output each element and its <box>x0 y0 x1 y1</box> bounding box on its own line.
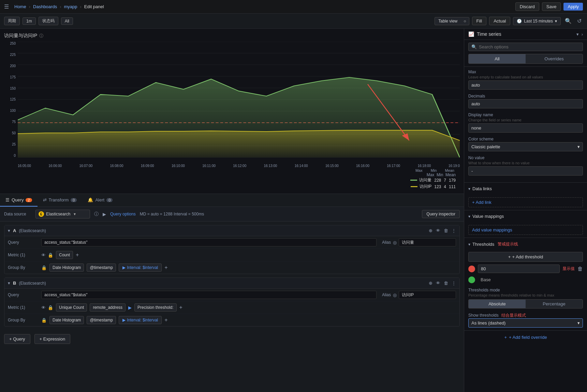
query-b-delete-icon[interactable]: 🗑 <box>444 281 448 286</box>
thresholds-toggle-icon: ▾ <box>468 242 470 247</box>
zoom-out-button[interactable]: 🔍 <box>563 16 573 26</box>
query-a-copy-icon[interactable]: ⊕ <box>429 228 432 233</box>
table-view-switch[interactable]: ○ <box>461 17 469 25</box>
search-box[interactable]: 🔍 <box>468 43 583 51</box>
period-value-badge[interactable]: 1m <box>23 17 36 25</box>
legend-1: 访问量 <box>410 177 431 183</box>
query-meta: MD = auto = 1288 Interval = 500ms <box>140 212 204 216</box>
panel-type-expand[interactable]: › <box>582 32 583 37</box>
display-name-sublabel: Change the field or series name <box>468 118 583 122</box>
query-a-groupby-field[interactable]: @timestamp <box>87 263 116 272</box>
query-options-link[interactable]: Query options <box>110 212 136 216</box>
query-a-sublabel: (Elasticsearch) <box>19 228 46 233</box>
query-a-collapse[interactable]: ▾ <box>8 228 10 233</box>
period-badge[interactable]: 周期 <box>4 17 20 25</box>
query-a-delete-icon[interactable]: 🗑 <box>444 228 448 233</box>
save-button[interactable]: Save <box>542 2 561 11</box>
query-b-groupby-type[interactable]: Date Histogram <box>49 316 84 324</box>
query-a-metric-row: Metric (1) 👁 🔒 Count + <box>4 249 459 261</box>
query-b-query-input[interactable] <box>41 291 377 299</box>
tab-transform[interactable]: ⇄ Transform 0 <box>38 194 83 207</box>
query-a-query-input[interactable] <box>41 238 377 246</box>
query-b-groupby-interval[interactable]: ▶ Interval: $interval <box>119 316 162 324</box>
query-a-metric-eye[interactable]: 👁 <box>41 253 46 258</box>
chart-info-icon[interactable]: ⓘ <box>39 33 43 39</box>
display-name-input[interactable] <box>468 123 583 133</box>
query-a-more-icon[interactable]: ⋮ <box>452 228 456 233</box>
query-a-add-metric[interactable]: + <box>76 252 79 258</box>
nav-dashboards[interactable]: Dashboards <box>33 4 57 9</box>
query-b-metric-lock[interactable]: 🔒 <box>48 305 53 310</box>
fill-button[interactable]: Fill <box>472 17 487 25</box>
no-value-input[interactable] <box>468 166 583 176</box>
query-b-groupby-add[interactable]: + <box>164 317 167 323</box>
add-value-mappings-button[interactable]: Add value mappings <box>468 225 583 235</box>
show-thresholds-select[interactable]: As lines (dashed) ▾ <box>468 318 583 328</box>
query-a-alias-input[interactable] <box>399 238 456 246</box>
query-b-eye-icon[interactable]: 👁 <box>436 281 440 286</box>
threshold-1-input[interactable] <box>478 265 560 273</box>
tab-query[interactable]: ☰ Query 2 <box>0 194 38 207</box>
query-a-eye-icon[interactable]: 👁 <box>436 228 440 233</box>
add-threshold-button[interactable]: + + Add threshold <box>468 252 583 262</box>
datasource-row: Data source E Elasticsearch ▾ ⓘ ▶ Query … <box>0 207 464 222</box>
max-input[interactable] <box>468 80 583 90</box>
add-threshold-plus-icon: + <box>508 254 511 259</box>
query-a-metric-lock[interactable]: 🔒 <box>48 253 53 258</box>
query-b-groupby-lock[interactable]: 🔒 <box>41 318 47 323</box>
threshold-row-base: Base <box>468 276 583 284</box>
query-b-add-metric[interactable]: + <box>179 304 182 311</box>
value-mappings-header[interactable]: ▾ Value mappings <box>464 210 587 222</box>
menu-icon[interactable]: ☰ <box>4 3 9 10</box>
status-value-badge[interactable]: All <box>61 17 73 25</box>
stats-row: Max Min Mean <box>4 168 460 172</box>
add-expression-button[interactable]: + Expression <box>34 334 71 344</box>
query-b-collapse[interactable]: ▾ <box>8 281 10 286</box>
transform-count-badge: 0 <box>71 198 77 202</box>
nav-current: Edit panel <box>84 4 104 9</box>
tab-all[interactable]: All <box>469 54 526 63</box>
query-b-metric-eye[interactable]: 👁 <box>41 305 46 310</box>
query-b-groupby-field[interactable]: @timestamp <box>87 316 116 324</box>
query-a-groupby-interval[interactable]: ▶ Interval: $interval <box>119 263 162 272</box>
decimals-input[interactable] <box>468 99 583 108</box>
add-field-override[interactable]: + + Add field override <box>464 330 587 344</box>
query-b-metric-type: Unique Count <box>56 303 87 312</box>
query-block-b: ▾ B (Elasticsearch) ⊕ 👁 🗑 ⋮ Query Alias <box>4 277 460 327</box>
tab-alert[interactable]: 🔔 Alert 0 <box>82 194 118 207</box>
datasource-select[interactable]: E Elasticsearch ▾ <box>35 210 90 218</box>
apply-button[interactable]: Apply <box>563 3 583 11</box>
time-range-picker[interactable]: 🕐 Last 15 minutes ▾ <box>513 17 561 25</box>
color-scheme-select[interactable]: Classic palette ▾ <box>468 142 583 151</box>
panel-type-chevron-down[interactable]: ▾ <box>576 32 579 37</box>
add-link-button[interactable]: + Add link <box>468 197 583 207</box>
query-b-copy-icon[interactable]: ⊕ <box>429 281 432 286</box>
query-a-groupby-add[interactable]: + <box>164 265 167 271</box>
actual-button[interactable]: Actual <box>489 17 510 25</box>
query-b-more-icon[interactable]: ⋮ <box>452 281 456 286</box>
toolbar: 周期 1m 状态码 All Table view ○ Fill Actual 🕐… <box>0 14 587 29</box>
query-b-query-label: Query <box>8 292 39 297</box>
table-view-label: Table view <box>435 17 461 25</box>
toolbar-left: 周期 1m 状态码 All <box>4 17 432 25</box>
threshold-1-delete[interactable]: 🗑 <box>577 266 583 272</box>
query-a-groupby-lock[interactable]: 🔒 <box>41 265 47 270</box>
datasource-info-icon[interactable]: ⓘ <box>94 211 99 217</box>
query-inspector-button[interactable]: Query inspector <box>422 210 460 218</box>
thresholds-section-header[interactable]: ▾ Thresholds 警戒提示线 <box>464 238 587 251</box>
data-links-header[interactable]: ▾ Data links <box>464 183 587 195</box>
add-query-button[interactable]: + Query <box>4 334 30 344</box>
threshold-mode-percentage[interactable]: Percentage <box>526 300 583 308</box>
discard-button[interactable]: Discard <box>515 2 539 11</box>
nav-home[interactable]: Home <box>14 4 26 9</box>
nav-myapp[interactable]: myapp <box>64 4 77 9</box>
refresh-button[interactable]: ↺ <box>576 16 583 26</box>
tab-overrides[interactable]: Overrides <box>526 54 583 63</box>
query-b-alias-input[interactable] <box>399 291 456 299</box>
search-input[interactable] <box>479 44 580 49</box>
threshold-mode-absolute[interactable]: Absolute <box>469 300 526 308</box>
datasource-label: Data source <box>4 212 31 216</box>
table-view-toggle[interactable]: Table view ○ <box>435 17 469 25</box>
query-a-groupby-type[interactable]: Date Histogram <box>49 263 84 272</box>
status-badge[interactable]: 状态码 <box>39 17 58 25</box>
